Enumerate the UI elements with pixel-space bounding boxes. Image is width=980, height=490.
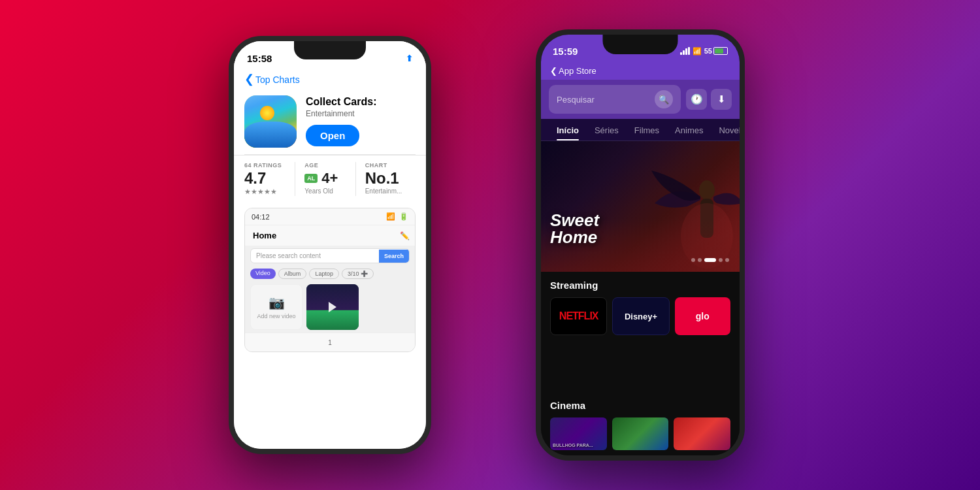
- streaming-section: Streaming NETFLIX Disney+ glo: [541, 272, 740, 397]
- disney-card[interactable]: Disney+: [612, 297, 669, 335]
- preview-search-button[interactable]: Search: [379, 250, 409, 263]
- cinema-thumb-2[interactable]: [612, 417, 669, 450]
- download-icon: ⬇: [717, 93, 726, 105]
- tab-novel-label: Novel…: [719, 125, 740, 135]
- hero-dot-1: [691, 258, 695, 262]
- back-button[interactable]: ❮ Top Charts: [244, 74, 300, 85]
- battery-percent: 55: [704, 47, 712, 55]
- tab-inicio[interactable]: Início: [549, 119, 587, 140]
- wifi-icon: 📶: [693, 47, 702, 56]
- hero-banner: Sweet Home: [541, 141, 740, 272]
- preview-title: Home: [250, 228, 279, 243]
- battery-fill: [715, 48, 723, 54]
- clock-action-icon[interactable]: 🕐: [686, 89, 707, 110]
- search-bar[interactable]: Pesquisar 🔍: [549, 85, 681, 114]
- chart-sub: Entertainm...: [365, 188, 402, 195]
- app-header: Collect Cards: Entertainment Open: [234, 89, 426, 154]
- tab-animes-label: Animes: [675, 125, 703, 135]
- magnifier-icon: 🔍: [659, 95, 669, 105]
- search-icon[interactable]: 🔍: [655, 90, 673, 108]
- app-icon: [244, 95, 297, 148]
- tab-filmes-label: Filmes: [634, 125, 659, 135]
- back-label: Top Charts: [255, 74, 300, 85]
- location-icon: ⬆: [406, 54, 413, 63]
- cinema-thumb-img-2: [612, 417, 669, 450]
- disney-logo: Disney+: [625, 312, 657, 321]
- play-button-icon[interactable]: [329, 302, 336, 312]
- stars-rating: ★★★★★: [244, 188, 277, 196]
- hero-dot-4: [719, 258, 723, 262]
- tab-novel[interactable]: Novel…: [711, 119, 740, 140]
- hero-dot-3-active: [704, 258, 716, 262]
- hero-pagination-dots: [691, 258, 729, 262]
- cinema-section-title: Cinema: [550, 400, 730, 411]
- app-info: Collect Cards: Entertainment Open: [306, 95, 416, 148]
- phone-right-notch: [603, 35, 678, 54]
- clock-icon: 🕐: [691, 93, 703, 105]
- hero-title-line2: Home: [550, 229, 599, 246]
- chevron-left-icon: ❮: [244, 73, 254, 85]
- open-button[interactable]: Open: [306, 125, 359, 146]
- tab-nav: Início Séries Filmes Animes Novel…: [541, 119, 740, 141]
- phone-left-notch: [294, 41, 366, 59]
- chart-value: No.1: [365, 170, 399, 187]
- tab-animes[interactable]: Animes: [667, 119, 711, 140]
- soccer-grass: [306, 310, 359, 330]
- phone-right-screen: 15:59 📶 55: [541, 35, 740, 455]
- tab-series[interactable]: Séries: [587, 119, 627, 140]
- left-status-icons: ⬆: [406, 54, 413, 63]
- tag-album[interactable]: Album: [278, 269, 307, 279]
- screenshot-preview: 04:12 📶 🔋 Home ✏️ Please search content …: [244, 208, 416, 352]
- hero-dot-5: [725, 258, 729, 262]
- ratings-row: 64 RATINGS 4.7 ★★★★★ AGE AL 4+ Years Old…: [234, 155, 426, 203]
- age-value: 4+: [321, 170, 338, 187]
- preview-tags: Video Album Laptop 3/10 ➕: [245, 266, 415, 282]
- app-icon-inner: [244, 95, 297, 148]
- tab-filmes[interactable]: Filmes: [627, 119, 667, 140]
- preview-media-row: 📷 Add new video 07/05: [245, 282, 415, 333]
- appstore-nav: ❮ App Store: [541, 63, 740, 80]
- preview-search-input: Please search content: [251, 249, 379, 263]
- ratings-label: 64 RATINGS: [244, 162, 282, 169]
- tag-video[interactable]: Video: [250, 269, 276, 279]
- app-category: Entertainment: [306, 109, 416, 118]
- signal-bar-2: [683, 50, 685, 55]
- cinema-thumb-3[interactable]: [674, 417, 730, 450]
- chevron-left-right-icon: ❮: [550, 66, 557, 76]
- svg-point-0: [699, 180, 715, 200]
- globo-card[interactable]: glo: [675, 297, 730, 335]
- tag-laptop[interactable]: Laptop: [309, 269, 339, 279]
- age-label: AGE: [304, 162, 318, 169]
- search-action-icons: 🕐 ⬇: [686, 89, 732, 110]
- preview-status-bar: 04:12 📶 🔋: [245, 208, 415, 225]
- globo-logo: glo: [696, 311, 710, 321]
- preview-search-area[interactable]: Please search content Search: [250, 248, 410, 263]
- preview-edit-icon: ✏️: [400, 231, 410, 240]
- wifi-preview-icon: 📶: [386, 212, 395, 221]
- hero-title-line1: Sweet: [550, 212, 599, 229]
- battery-indicator: 55: [704, 47, 728, 55]
- search-placeholder: Pesquisar: [557, 95, 649, 105]
- battery-box: [713, 47, 728, 55]
- add-video-placeholder[interactable]: 📷 Add new video: [250, 284, 302, 330]
- media-number: 1: [328, 339, 332, 346]
- download-action-icon[interactable]: ⬇: [711, 89, 732, 110]
- streaming-cards: NETFLIX Disney+ glo: [550, 297, 730, 335]
- cinema-thumb-1[interactable]: BULLHOG PARA...: [550, 417, 607, 450]
- phone-left: 15:58 ⬆ ❮ Top Charts: [229, 36, 431, 454]
- netflix-logo: NETFLIX: [559, 310, 598, 322]
- signal-bar-3: [685, 48, 687, 55]
- app-icon-sun: [260, 106, 274, 120]
- netflix-card[interactable]: NETFLIX: [550, 297, 607, 335]
- cinema-thumb-img-3: [674, 417, 730, 450]
- camera-icon: 📷: [269, 295, 285, 310]
- appstore-back-label: App Store: [559, 66, 596, 76]
- hero-dot-2: [698, 258, 702, 262]
- preview-icons: 📶 🔋: [386, 212, 408, 221]
- media-thumb-soccer: 07/05: [306, 284, 359, 330]
- rating-value: 4.7: [244, 170, 266, 187]
- tag-count: 3/10 ➕: [342, 269, 374, 279]
- appstore-back-button[interactable]: ❮ App Store: [550, 66, 596, 76]
- cinema-thumb-text-1: BULLHOG PARA...: [553, 443, 593, 448]
- app-nav: ❮ Top Charts: [234, 70, 426, 89]
